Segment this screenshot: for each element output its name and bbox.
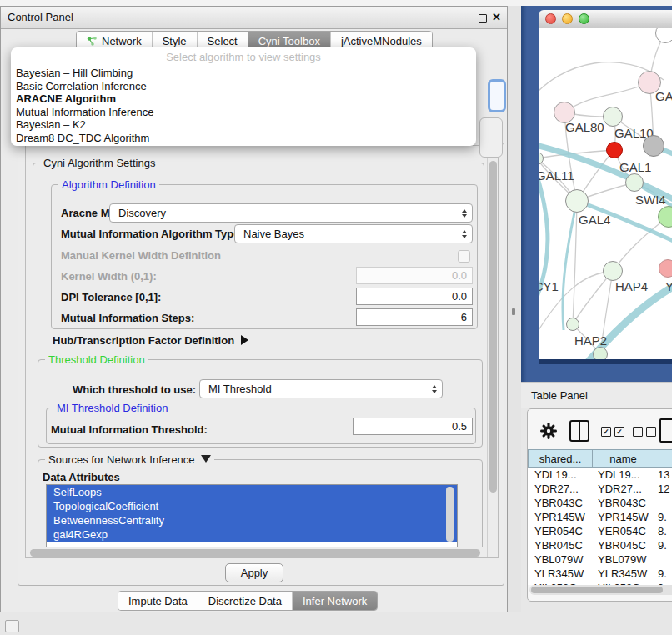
attr-item-selfloops[interactable]: SelfLoops: [47, 485, 457, 499]
float-window-icon[interactable]: [479, 14, 487, 22]
zoom-traffic-light-icon[interactable]: [579, 13, 589, 24]
node-label-gal1: GAL1: [619, 160, 651, 174]
network-desktop-canvas: GALGAL80GAL10GAL1GAL11GAL4SWI4GCY1HAP4YH…: [521, 6, 672, 382]
table-row[interactable]: YPR145WYPR145W9.: [528, 510, 672, 524]
threshold-definition-title: Threshold Definition: [45, 353, 148, 366]
focused-combo-fragment: [488, 79, 506, 112]
manual-kernel-checkbox[interactable]: [458, 250, 470, 262]
network-view-window[interactable]: GALGAL80GAL10GAL1GAL11GAL4SWI4GCY1HAP4YH…: [539, 10, 672, 364]
tab-label: Network: [102, 35, 142, 48]
algorithm-definition-title: Algorithm Definition: [58, 178, 159, 191]
document-icon[interactable]: [659, 418, 672, 442]
table-row[interactable]: YBL079WYBL079W: [528, 552, 672, 567]
aracne-mode-value: Discovery: [118, 207, 166, 219]
table-row[interactable]: YBR045CYBR045C9.: [528, 538, 672, 552]
network-node-hap4[interactable]: [603, 261, 623, 281]
node-label-gcy1: GCY1: [539, 279, 559, 293]
node-label-gal4: GAL4: [579, 212, 610, 227]
data-attributes-list[interactable]: SelfLoopsTopologicalCoefficientBetweenne…: [46, 484, 458, 548]
tab-infer-network[interactable]: Infer Network: [293, 592, 377, 610]
horizontal-scrollbar[interactable]: [26, 547, 487, 558]
algorithm-option-mutual-information-inference[interactable]: Mutual Information Inference: [11, 106, 476, 119]
settings-scroll-area: Cyni Algorithm Settings Algorithm Defini…: [25, 145, 499, 558]
checked-checkbox-icon[interactable]: [601, 427, 611, 437]
panel-splitter-gutter[interactable]: [508, 6, 521, 612]
algorithm-option-bayesian-hill-climbing[interactable]: Bayesian – Hill Climbing: [11, 67, 476, 80]
sources-toggle[interactable]: Sources for Network Inference: [45, 453, 214, 466]
control-panel-title: Control Panel: [8, 7, 73, 28]
table-row[interactable]: YER054CYER054C8.: [528, 524, 672, 538]
table-panel-titlebar: Table Panel: [521, 382, 672, 408]
network-node[interactable]: [593, 347, 608, 359]
tab-impute-data[interactable]: Impute Data: [118, 592, 198, 610]
hub-definition-label: Hub/Transcription Factor Definition: [53, 334, 234, 347]
network-node[interactable]: [643, 135, 664, 157]
column-header-extra[interactable]: [654, 449, 672, 468]
algorithm-option-basic-correlation-inference[interactable]: Basic Correlation Inference: [11, 80, 476, 93]
table-cell: 12: [658, 482, 669, 496]
table-row[interactable]: YDL19...YDL19...13: [528, 468, 672, 482]
minimize-traffic-light-icon[interactable]: [562, 13, 573, 24]
kernel-width-input[interactable]: 0.0: [356, 267, 473, 284]
attr-list-scrollbar[interactable]: [446, 487, 454, 542]
algorithm-option-dream8-dc-tdc-algorithm[interactable]: Dream8 DC_TDC Algorithm: [11, 132, 476, 145]
close-traffic-light-icon[interactable]: [545, 13, 556, 24]
attr-item-topologicalcoefficient[interactable]: TopologicalCoefficient: [47, 499, 457, 513]
table-row[interactable]: YLR345WYLR345W9.: [528, 567, 672, 581]
dock-panel-button[interactable]: [5, 620, 19, 632]
table-row[interactable]: YBR043CYBR043C: [528, 496, 672, 510]
attr-item-gal4rgexp[interactable]: gal4RGexp: [47, 528, 457, 542]
column-header-shared[interactable]: shared...: [528, 449, 593, 468]
mi-algorithm-type-select[interactable]: Naive Bayes: [234, 224, 473, 243]
hub-definition-toggle[interactable]: Hub/Transcription Factor Definition: [53, 334, 248, 347]
table-row[interactable]: YDR27...YDR27...12: [528, 482, 672, 496]
table-body[interactable]: YDL19...YDL19...13YDR27...YDR27...12YBR0…: [528, 468, 672, 585]
attr-item-betweennesscentrality[interactable]: BetweennessCentrality: [47, 513, 457, 528]
table-horizontal-scrollbar[interactable]: [529, 585, 672, 595]
checked-checkbox-icon[interactable]: [614, 427, 624, 437]
network-node-y[interactable]: [659, 259, 672, 278]
vertical-scrollbar-thumb[interactable]: [489, 161, 497, 492]
aracne-mode-select[interactable]: Discovery: [109, 203, 473, 222]
close-icon[interactable]: [492, 7, 501, 28]
canvas-inner-shadow: [521, 6, 527, 382]
table-cell: YLR345W: [534, 567, 584, 581]
splitter-handle-icon[interactable]: [512, 308, 515, 315]
mutual-info-threshold-label: Mutual Information Threshold:: [51, 423, 208, 436]
table-panel-title: Table Panel: [531, 382, 588, 409]
network-node[interactable]: [606, 142, 623, 158]
network-graph-view[interactable]: GALGAL80GAL10GAL1GAL11GAL4SWI4GCY1HAP4YH…: [539, 28, 672, 359]
unchecked-checkbox-icon[interactable]: [646, 427, 656, 437]
dpi-tolerance-input[interactable]: 0.0: [356, 288, 473, 305]
table-cell: YBR045C: [534, 538, 583, 552]
algorithm-option-aracne-algorithm[interactable]: ARACNE Algorithm: [11, 92, 476, 106]
horizontal-scrollbar-thumb[interactable]: [30, 549, 480, 557]
vertical-scrollbar[interactable]: [487, 146, 499, 558]
table-cell: YLR345W: [598, 567, 647, 581]
gear-icon[interactable]: [539, 422, 558, 442]
network-node-gal10[interactable]: [603, 107, 623, 127]
table-cell: YBL079W: [534, 552, 584, 567]
unchecked-checkbox-icon[interactable]: [633, 427, 643, 437]
table-cell: YBR043C: [534, 496, 583, 510]
mutual-info-threshold-input[interactable]: 0.5: [353, 418, 473, 435]
mi-algorithm-type-value: Naive Bayes: [243, 228, 304, 240]
app-top-strip: [0, 0, 672, 6]
network-node-hap2[interactable]: [566, 318, 579, 331]
network-node-gal4[interactable]: [565, 189, 589, 212]
table-scrollbar-thumb[interactable]: [531, 587, 663, 593]
network-window-bottom-edge: [539, 359, 672, 364]
mi-steps-input[interactable]: 6: [356, 308, 473, 326]
cyni-group-title: Cyni Algorithm Settings: [40, 157, 158, 169]
table-panel: shared... name YDL19...YDL19...13YDR27..…: [527, 408, 672, 602]
column-layout-icon[interactable]: [569, 420, 589, 442]
algorithm-option-bayesian-k2[interactable]: Bayesian – K2: [11, 118, 476, 132]
apply-button[interactable]: Apply: [225, 563, 283, 582]
which-threshold-select[interactable]: MI Threshold: [199, 379, 443, 398]
network-window-titlebar[interactable]: [539, 10, 672, 28]
table-cell: YBR043C: [598, 496, 646, 510]
node-label-hap4: HAP4: [615, 279, 648, 293]
column-header-name[interactable]: name: [592, 449, 654, 468]
network-node-gal1[interactable]: [625, 173, 644, 192]
tab-discretize-data[interactable]: Discretize Data: [198, 592, 293, 610]
